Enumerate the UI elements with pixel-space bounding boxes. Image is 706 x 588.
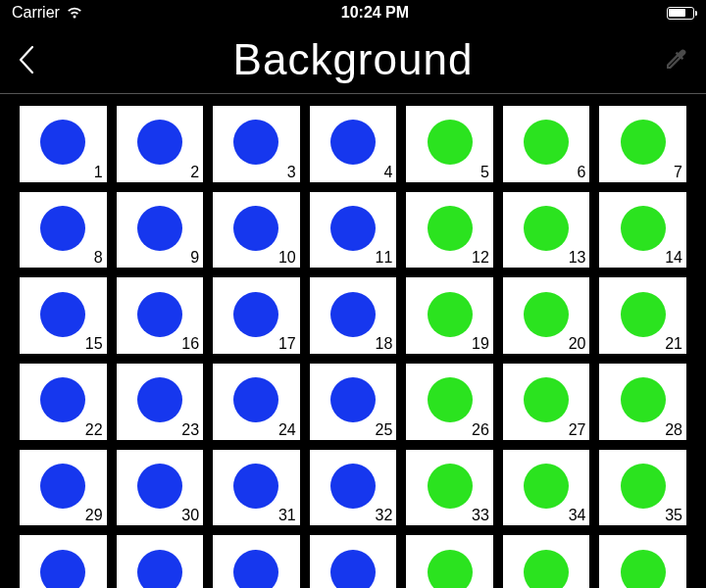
- color-cell[interactable]: 30: [117, 450, 204, 526]
- color-cell[interactable]: 20: [503, 277, 590, 354]
- color-cell[interactable]: 18: [310, 277, 397, 354]
- cell-index-label: 22: [85, 421, 103, 439]
- color-dot-icon: [233, 120, 278, 165]
- color-dot-icon: [233, 377, 278, 422]
- color-dot-icon: [330, 550, 376, 588]
- cell-index-label: 25: [375, 421, 392, 439]
- color-cell[interactable]: 4: [310, 106, 397, 182]
- color-dot-icon: [524, 464, 569, 509]
- color-cell[interactable]: 35: [599, 450, 686, 526]
- color-cell[interactable]: 17: [213, 277, 300, 354]
- cell-index-label: 10: [278, 249, 296, 267]
- cell-index-label: 9: [190, 249, 199, 267]
- color-cell[interactable]: 41: [503, 535, 590, 588]
- color-cell[interactable]: 22: [20, 364, 107, 440]
- color-dot-icon: [524, 550, 569, 588]
- color-cell[interactable]: 13: [503, 192, 590, 269]
- color-cell[interactable]: 1: [20, 106, 107, 182]
- color-cell[interactable]: 38: [213, 535, 300, 588]
- color-cell[interactable]: 37: [117, 535, 204, 588]
- color-dot-icon: [524, 377, 569, 422]
- eyedropper-button[interactable]: [661, 45, 690, 74]
- color-cell[interactable]: 6: [503, 106, 590, 182]
- cell-index-label: 6: [578, 164, 586, 181]
- color-dot-icon: [137, 120, 182, 165]
- color-dot-icon: [233, 206, 278, 251]
- cell-index-label: 8: [94, 249, 103, 267]
- cell-index-label: 32: [375, 507, 392, 524]
- color-cell[interactable]: 32: [310, 450, 397, 526]
- color-dot-icon: [40, 550, 85, 588]
- color-cell[interactable]: 24: [213, 364, 300, 440]
- cell-index-label: 35: [665, 507, 682, 524]
- status-bar: Carrier 10:24 PM: [0, 0, 706, 25]
- color-cell[interactable]: 8: [20, 192, 107, 269]
- cell-index-label: 2: [190, 164, 199, 181]
- cell-index-label: 33: [472, 507, 489, 524]
- cell-index-label: 15: [85, 335, 103, 353]
- color-dot-icon: [524, 292, 569, 337]
- color-dot-icon: [137, 206, 182, 251]
- color-cell[interactable]: 14: [599, 192, 686, 269]
- back-button[interactable]: [16, 43, 55, 76]
- battery-icon: [667, 7, 694, 20]
- color-dot-icon: [330, 292, 376, 337]
- page-title: Background: [0, 35, 706, 84]
- carrier-label: Carrier: [12, 4, 60, 22]
- cell-index-label: 24: [278, 421, 296, 439]
- color-cell[interactable]: 33: [406, 450, 493, 526]
- color-cell[interactable]: 15: [20, 277, 107, 354]
- color-cell[interactable]: 21: [599, 277, 686, 354]
- color-dot-icon: [330, 120, 376, 165]
- color-dot-icon: [40, 464, 85, 509]
- color-cell[interactable]: 26: [406, 364, 493, 440]
- cell-index-label: 5: [480, 164, 489, 181]
- color-cell[interactable]: 31: [213, 450, 300, 526]
- color-dot-icon: [233, 292, 278, 337]
- cell-index-label: 26: [472, 421, 489, 439]
- color-cell[interactable]: 12: [406, 192, 493, 269]
- color-cell[interactable]: 28: [599, 364, 686, 440]
- cell-index-label: 20: [569, 335, 586, 353]
- color-dot-icon: [621, 120, 666, 165]
- cell-index-label: 21: [665, 335, 682, 353]
- color-cell[interactable]: 34: [503, 450, 590, 526]
- color-cell[interactable]: 27: [503, 364, 590, 440]
- color-grid: 1234567891011121314151617181920212223242…: [20, 106, 686, 588]
- cell-index-label: 12: [472, 249, 489, 267]
- color-cell[interactable]: 19: [406, 277, 493, 354]
- color-dot-icon: [428, 206, 473, 251]
- color-cell[interactable]: 23: [117, 364, 204, 440]
- color-cell[interactable]: 29: [20, 450, 107, 526]
- cell-index-label: 23: [181, 421, 199, 439]
- color-dot-icon: [428, 120, 473, 165]
- color-cell[interactable]: 42: [599, 535, 686, 588]
- color-dot-icon: [524, 120, 569, 165]
- cell-index-label: 11: [375, 249, 392, 267]
- cell-index-label: 27: [569, 421, 586, 439]
- color-cell[interactable]: 2: [117, 106, 204, 182]
- color-dot-icon: [330, 377, 376, 422]
- color-cell[interactable]: 11: [310, 192, 397, 269]
- color-dot-icon: [621, 550, 666, 588]
- color-dot-icon: [40, 292, 85, 337]
- cell-index-label: 14: [665, 249, 682, 267]
- color-cell[interactable]: 40: [406, 535, 493, 588]
- color-dot-icon: [330, 206, 376, 251]
- color-dot-icon: [137, 377, 182, 422]
- color-dot-icon: [40, 377, 85, 422]
- color-cell[interactable]: 39: [310, 535, 397, 588]
- color-cell[interactable]: 9: [117, 192, 204, 269]
- color-cell[interactable]: 25: [310, 364, 397, 440]
- color-cell[interactable]: 36: [20, 535, 107, 588]
- color-cell[interactable]: 3: [213, 106, 300, 182]
- color-cell[interactable]: 7: [599, 106, 686, 182]
- cell-index-label: 7: [674, 164, 682, 181]
- cell-index-label: 34: [569, 507, 586, 524]
- color-dot-icon: [137, 464, 182, 509]
- color-dot-icon: [524, 206, 569, 251]
- color-cell[interactable]: 10: [213, 192, 300, 269]
- color-cell[interactable]: 5: [406, 106, 493, 182]
- color-cell[interactable]: 16: [117, 277, 204, 354]
- cell-index-label: 1: [94, 164, 103, 181]
